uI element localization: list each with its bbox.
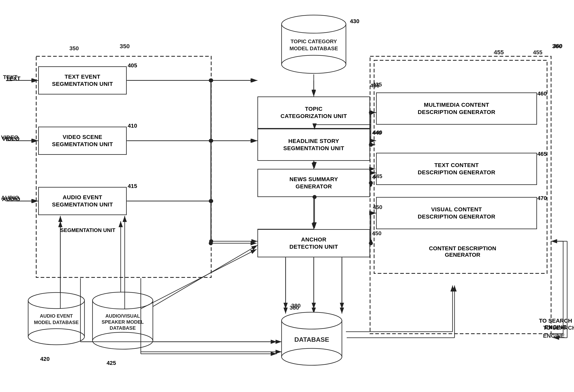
svg-text:350: 350 xyxy=(120,43,130,49)
svg-point-77 xyxy=(282,348,342,365)
svg-text:360: 360 xyxy=(553,43,563,49)
audio-event-model-database: AUDIO EVENT MODEL DATABASE xyxy=(24,290,88,347)
label-405: 405 xyxy=(128,62,137,69)
audio-visual-speaker-model-database: AUDIO/VISUAL SPEAKER MODEL DATABASE xyxy=(88,290,157,351)
topic-category-model-database: TOPIC CATEGORY MODEL DATABASE xyxy=(278,12,350,77)
svg-point-65 xyxy=(28,293,84,309)
label-420: 420 xyxy=(40,356,50,362)
svg-text:440: 440 xyxy=(373,129,382,136)
multimedia-content-description-generator: MULTIMEDIA CONTENTDESCRIPTION GENERATOR xyxy=(376,93,537,125)
svg-text:TOPIC CATEGORY: TOPIC CATEGORY xyxy=(291,39,337,44)
audio-input-label: AUDIO xyxy=(2,196,20,202)
svg-text:DATABASE: DATABASE xyxy=(110,325,136,331)
svg-text:435: 435 xyxy=(370,82,380,89)
svg-point-16 xyxy=(209,139,213,143)
svg-text:MODEL DATABASE: MODEL DATABASE xyxy=(289,45,338,51)
label-410: 410 xyxy=(128,123,137,129)
database: DATABASE xyxy=(278,310,346,367)
svg-text:440: 440 xyxy=(372,130,382,136)
svg-point-15 xyxy=(209,78,213,82)
svg-text:455: 455 xyxy=(533,49,542,56)
label-465: 465 xyxy=(537,151,547,157)
svg-text:DATABASE: DATABASE xyxy=(294,336,329,343)
svg-line-123 xyxy=(141,249,257,309)
svg-point-71 xyxy=(93,332,153,349)
video-scene-segmentation-unit: VIDEO SCENESEGMENTATION UNIT xyxy=(38,127,127,155)
svg-point-91 xyxy=(209,139,213,143)
svg-text:SPEAKER MODEL: SPEAKER MODEL xyxy=(102,319,144,325)
video-input-label: VIDEO xyxy=(2,136,20,142)
label-415: 415 xyxy=(128,183,137,189)
segmentation-unit-label: SEGMENTATION UNIT xyxy=(60,227,115,233)
svg-text:435: 435 xyxy=(372,81,382,88)
label-430: 430 xyxy=(350,18,359,24)
audio-event-segmentation-unit: AUDIO EVENTSEGMENTATION UNIT xyxy=(38,187,127,215)
text-event-segmentation-unit: TEXT EVENTSEGMENTATION UNIT xyxy=(38,66,127,95)
svg-point-17 xyxy=(209,199,213,203)
label-425: 425 xyxy=(107,360,116,366)
svg-text:360: 360 xyxy=(552,43,562,49)
svg-text:MODEL DATABASE: MODEL DATABASE xyxy=(34,320,79,325)
svg-point-66 xyxy=(28,329,84,345)
svg-point-92 xyxy=(209,199,213,203)
svg-point-70 xyxy=(93,292,153,309)
content-description-generator-label: CONTENT DESCRIPTIONGENERATOR xyxy=(382,245,543,258)
svg-line-45 xyxy=(141,245,257,314)
svg-point-61 xyxy=(282,55,346,73)
svg-text:AUDIO EVENT: AUDIO EVENT xyxy=(40,313,73,319)
headline-story-segmentation-unit: HEADLINE STORYSEGMENTATION UNIT xyxy=(257,129,370,161)
svg-text:455: 455 xyxy=(494,49,504,56)
topic-categorization-unit: TOPICCATEGORIZATION UNIT xyxy=(257,97,370,129)
label-460: 460 xyxy=(537,90,547,97)
label-470: 470 xyxy=(537,195,547,201)
svg-point-93 xyxy=(209,241,213,245)
svg-point-20 xyxy=(209,239,213,243)
svg-point-60 xyxy=(282,15,346,33)
svg-text:450: 450 xyxy=(372,230,382,236)
svg-text:ENGINE: ENGINE xyxy=(543,333,565,339)
svg-text:380: 380 xyxy=(291,303,301,309)
text-content-description-generator: TEXT CONTENTDESCRIPTION GENERATOR xyxy=(376,153,537,185)
visual-content-description-generator: VISUAL CONTENTDESCRIPTION GENERATOR xyxy=(376,197,537,229)
to-search-engine-label: TO SEARCHENGINE xyxy=(539,318,572,331)
anchor-detection-unit: ANCHORDETECTION UNIT xyxy=(257,229,370,257)
svg-text:350: 350 xyxy=(69,45,79,51)
svg-text:AUDIO/VISUAL: AUDIO/VISUAL xyxy=(105,313,140,319)
svg-point-90 xyxy=(209,78,213,82)
svg-point-76 xyxy=(282,312,342,329)
news-summary-generator: NEWS SUMMARYGENERATOR xyxy=(257,169,370,197)
